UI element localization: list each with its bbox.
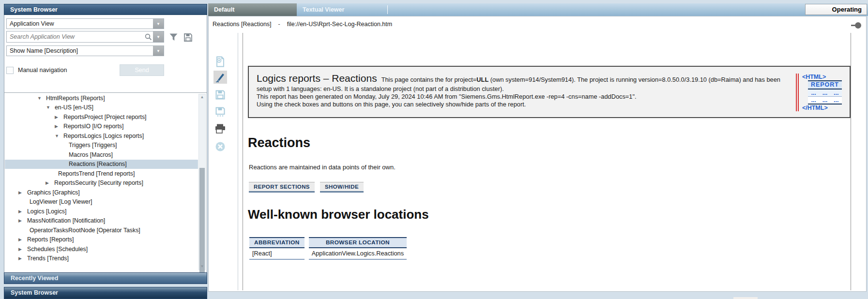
tree-collapse-icon[interactable]: ▼ [55,134,62,138]
recently-viewed-bar[interactable]: Recently Viewed [4,272,207,284]
tree-expand-icon[interactable]: ▶ [18,209,26,214]
tree-expand-icon[interactable]: ▶ [18,190,26,195]
manual-navigation-checkbox[interactable] [6,67,14,74]
table-header-cell: ABBREVIATION [249,237,305,248]
tree-item-label: Triggers [Triggers] [68,142,117,149]
report-intro-project: ULL [476,76,488,83]
tree-item[interactable]: ▶Schedules [Schedules] [5,244,198,254]
divider [4,92,207,93]
indent-spacer [5,164,68,164]
show-hide-button[interactable]: SHOW/HIDE [320,182,364,193]
operating-button[interactable]: Operating [805,4,867,15]
tree-item[interactable]: Triggers [Triggers] [5,141,198,150]
search-history-chevron-icon[interactable]: ▼ [153,31,164,42]
view-selector-value: Application View [7,20,153,27]
search-icon[interactable] [143,32,153,42]
report-viewer: Reactions [Reactions]-file://en-US\Rprt-… [208,16,867,292]
breadcrumb-row: Reactions [Reactions]-file://en-US\Rprt-… [209,16,866,33]
pin-icon[interactable] [855,22,861,29]
scrollbar-up-icon[interactable]: ▲ [199,94,205,100]
indent-spacer [5,135,55,136]
indent-spacer [5,107,46,108]
indent-spacer [5,183,46,183]
tree-item[interactable]: ReportsTrend [Trend reports] [5,169,198,179]
tree-item[interactable]: ▶Logics [Logics] [5,207,198,216]
tree-item[interactable]: LogViewer [Log Viewer] [5,197,198,207]
print-icon[interactable] [213,122,227,135]
logo-close-tag: </HTML> [802,105,842,111]
tree-expand-icon[interactable]: ▶ [55,124,62,129]
tree-item-label: Macros [Macros] [68,151,113,158]
indent-spacer [5,249,18,249]
filter-icon[interactable] [168,32,179,43]
search-box[interactable]: ▼ [6,31,164,43]
tree-item[interactable]: ▶ReportsIO [I/O reports] [5,122,198,132]
tree-item[interactable]: Reactions [Reactions] [5,160,198,169]
indent-spacer [5,98,37,98]
display-mode-value: Show Name [Description] [7,47,153,54]
save-search-icon[interactable] [183,32,193,43]
tree-expand-icon[interactable]: ▶ [18,237,26,242]
logo-grid-cell: ... [808,90,819,97]
report-page: <HTML> REPORT .................. </HTML>… [243,33,851,290]
tree-item[interactable]: ▼HtmlReports [Reports] [5,93,198,103]
tree-scrollbar[interactable]: ▲ ▼ [198,94,206,270]
indent-spacer [5,211,18,211]
indent-spacer [5,230,29,230]
new-report-icon[interactable] [213,55,227,68]
tree-item[interactable]: ▶Trends [Trends] [5,254,198,264]
tree-item[interactable]: ▶Graphics [Graphics] [5,188,198,197]
tree-item-label: MassNotification [Notification] [26,217,105,224]
indent-spacer [5,239,18,240]
report-sections-button[interactable]: REPORT SECTIONS [249,182,315,193]
tree-item[interactable]: ▼en-US [en-US] [5,103,198,113]
edit-icon[interactable] [213,71,227,84]
tree-item[interactable]: ▶MassNotification [Notification] [5,216,198,226]
logo-grid-cell: ... [819,90,830,97]
report-title: Logics reports – Reactions [257,73,377,84]
tree-item-label: LogViewer [Log Viewer] [29,198,92,205]
browser-location-table: ABBREVIATIONBROWSER LOCATION [React]Appl… [245,237,411,260]
indent-spacer [5,154,68,155]
scrollbar-down-icon[interactable]: ▼ [199,264,205,269]
subsection-title: Well-known browser locations [248,207,851,222]
tree-item[interactable]: ▼ReportsLogics [Logics reports] [5,131,198,141]
table-body: [React]ApplicationView.Logics.Reactions [249,248,407,260]
report-generated-line: This report has been generated on Monday… [257,93,843,101]
cancel-icon[interactable] [213,140,227,153]
tree-expand-icon[interactable]: ▶ [18,247,26,252]
tree-item[interactable]: OperatorTasksRootNode [Operator Tasks] [5,225,198,235]
background-peek [733,297,758,299]
system-browser-bar[interactable]: System Browser [4,287,207,299]
logo-grid-cell: ... [819,97,830,105]
indent-spacer [5,258,18,259]
system-tree: ▼HtmlReports [Reports]▼en-US [en-US]▶Rep… [5,93,198,272]
save-icon[interactable] [213,88,227,101]
tree-item[interactable]: ▶Reports [Reports] [5,235,198,245]
tree-item-label: Reactions [Reactions] [68,161,127,167]
panel-title: System Browser [4,4,207,15]
chevron-down-icon[interactable]: ▼ [153,19,164,29]
tree-item[interactable]: Macros [Macros] [5,150,198,160]
tree-expand-icon[interactable]: ▶ [18,218,26,223]
chevron-down-icon[interactable]: ▼ [153,46,164,56]
search-input[interactable] [7,33,143,40]
tree-item[interactable]: ▶ReportsSecurity [Security reports] [5,179,198,188]
tree-item[interactable]: ▶ReportsProject [Project reports] [5,112,198,122]
tree-expand-icon[interactable]: ▶ [18,256,26,261]
tree-expand-icon[interactable]: ▶ [46,180,53,185]
logo-grid: .................. [808,90,842,105]
tree-item-label: Reports [Reports] [26,236,74,243]
tree-collapse-icon[interactable]: ▼ [37,96,45,101]
tree-item-label: Graphics [Graphics] [26,189,80,196]
work-area: Default Textual Viewer Operating Reactio… [208,3,868,299]
tree-item-label: Logics [Logics] [26,208,66,215]
tab-textual-viewer[interactable]: Textual Viewer [297,3,387,16]
send-button[interactable]: Send [120,64,164,76]
tree-collapse-icon[interactable]: ▼ [46,105,54,110]
tab-default[interactable]: Default [208,3,297,16]
save-as-icon[interactable] [213,105,227,118]
display-mode-dropdown[interactable]: Show Name [Description] ▼ [6,45,164,56]
view-selector-dropdown[interactable]: Application View ▼ [6,18,164,29]
tree-expand-icon[interactable]: ▶ [55,115,62,120]
